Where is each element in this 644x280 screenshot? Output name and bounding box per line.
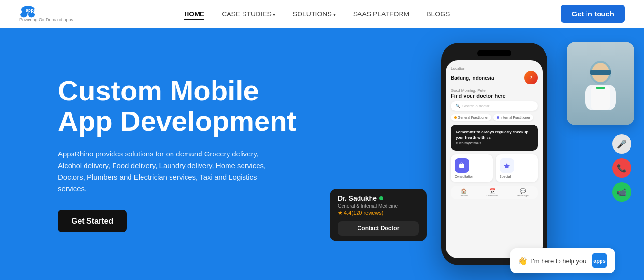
chevron-down-icon: ▾ (333, 12, 336, 17)
hero-content: Custom Mobile App Development AppsRhino … (58, 76, 309, 232)
chat-bubble[interactable]: 👋 I'm here to help you. apps (510, 248, 615, 273)
phone-avatar: P (524, 71, 538, 84)
phone-search-bar[interactable]: 🔍 Search a doctor (451, 101, 538, 111)
phone-location-value: Badung, Indonesia P (451, 71, 538, 84)
call-icons: 🎤 📞 📹 (612, 134, 631, 202)
phone-location-label: Location (451, 66, 538, 70)
hero-title: Custom Mobile App Development (58, 76, 309, 136)
contact-doctor-button[interactable]: Contact Doctor (338, 221, 419, 236)
nav-link-blogs[interactable]: BLOGS (427, 10, 450, 18)
doctor-photo-card (567, 42, 634, 125)
logo-icon: apps (19, 5, 37, 19)
doctor-photo (567, 42, 634, 125)
get-in-touch-button[interactable]: Get in touch (561, 5, 625, 23)
phone-tag-internal: Internal Practitioner (493, 114, 533, 121)
phone-mockup: Location Badung, Indonesia P Good Mornin… (441, 43, 547, 265)
svg-point-10 (593, 72, 596, 75)
nav-item-home[interactable]: HOME (184, 10, 204, 18)
consultation-icon (455, 158, 469, 173)
logo[interactable]: apps Powering On-Demand apps (19, 5, 73, 22)
phone-notch (477, 50, 511, 56)
special-icon (500, 158, 514, 173)
phone-nav-home: 🏠 Home (460, 188, 468, 197)
phone-service-cards: Consultation Special (451, 154, 538, 182)
video-button[interactable]: 📹 (612, 182, 631, 202)
chevron-down-icon: ▾ (273, 12, 275, 17)
phone-greeting: Good Morning, Peter! (451, 88, 538, 93)
phone-tag-general: General Practitioner (451, 114, 491, 121)
doctor-name: Dr. Sadukhe (338, 195, 419, 202)
nav-links: HOME CASE STUDIES▾ SOLUTIONS▾ SAAS PLATF… (184, 10, 450, 18)
mute-button[interactable]: 🎤 (612, 134, 631, 154)
svg-rect-9 (590, 70, 611, 75)
phone-banner: Remember to always regularly checkup you… (451, 125, 538, 151)
phone-bottom-nav: 🏠 Home 📅 Schedule 💬 Message (451, 186, 538, 199)
svg-point-11 (605, 72, 608, 75)
hero-description: AppsRhino provides solutions for on dema… (58, 148, 271, 195)
nav-link-case-studies[interactable]: CASE STUDIES▾ (222, 10, 275, 18)
search-icon: 🔍 (456, 104, 460, 108)
nav-link-home[interactable]: HOME (184, 10, 204, 20)
wave-icon: 👋 (518, 256, 528, 266)
phone-tags: General Practitioner Internal Practition… (451, 114, 538, 121)
nav-link-solutions[interactable]: SOLUTIONS▾ (293, 10, 336, 18)
doctor-specialty: General & Internal Medicine (338, 203, 419, 209)
chat-text: I'm here to help you. (531, 257, 588, 265)
call-button[interactable]: 📞 (612, 158, 631, 178)
get-started-button[interactable]: Get Started (58, 210, 127, 232)
doctor-card: Dr. Sadukhe General & Internal Medicine … (330, 189, 427, 241)
doctor-rating: ★ 4.4(120 reviews) (338, 210, 419, 216)
nav-item-case-studies[interactable]: CASE STUDIES▾ (222, 10, 275, 18)
hero-visual: Dr. Sadukhe General & Internal Medicine … (315, 28, 644, 280)
phone-screen: Location Badung, Indonesia P Good Mornin… (446, 60, 543, 258)
phone-card-special: Special (496, 154, 538, 182)
phone-nav-schedule: 📅 Schedule (486, 188, 498, 197)
chat-logo: apps (592, 253, 607, 268)
online-indicator (379, 196, 383, 200)
phone-card-consultation: Consultation (451, 154, 493, 182)
nav-item-blogs[interactable]: BLOGS (427, 10, 450, 18)
svg-rect-13 (596, 87, 605, 89)
phone-nav-message: 💬 Message (517, 188, 529, 197)
nav-link-saas[interactable]: SAAS PLATFORM (353, 10, 409, 18)
hero-section: Custom Mobile App Development AppsRhino … (0, 28, 644, 280)
svg-rect-12 (591, 86, 610, 110)
svg-marker-5 (504, 163, 510, 168)
phone-find-doctor: Find your doctor here (451, 93, 538, 98)
navbar: apps Powering On-Demand apps HOME CASE S… (0, 0, 644, 28)
nav-item-saas[interactable]: SAAS PLATFORM (353, 10, 409, 18)
logo-subtitle: Powering On-Demand apps (19, 17, 73, 22)
svg-text:apps: apps (26, 7, 36, 13)
phone-banner-sub: #HealthyWithUs (456, 141, 533, 146)
svg-rect-4 (459, 164, 464, 168)
nav-item-solutions[interactable]: SOLUTIONS▾ (293, 10, 336, 18)
